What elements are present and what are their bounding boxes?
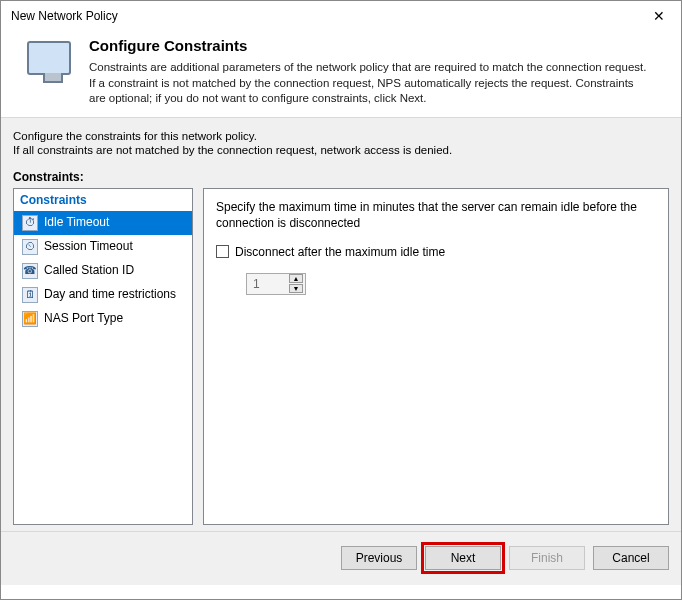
- tree-item-label: Session Timeout: [44, 239, 133, 253]
- heading-text: Configure Constraints Constraints are ad…: [89, 37, 649, 107]
- idle-minutes-spinner[interactable]: 1 ▲ ▼: [246, 273, 306, 295]
- wizard-body: Configure the constraints for this netwo…: [1, 117, 681, 531]
- calendar-icon: 🗓: [22, 287, 38, 303]
- constraints-section-label: Constraints:: [13, 170, 669, 184]
- tree-item-called-station-id[interactable]: ☎ Called Station ID: [14, 259, 192, 283]
- instruction-line-1: Configure the constraints for this netwo…: [13, 130, 669, 142]
- tree-item-idle-timeout[interactable]: ⏱ Idle Timeout: [14, 211, 192, 235]
- tree-item-day-time-restrictions[interactable]: 🗓 Day and time restrictions: [14, 283, 192, 307]
- wizard-footer: Previous Next Finish Cancel: [1, 531, 681, 585]
- constraint-detail-panel: Specify the maximum time in minutes that…: [203, 188, 669, 525]
- next-button[interactable]: Next: [425, 546, 501, 570]
- close-icon[interactable]: ✕: [637, 1, 681, 31]
- titlebar: New Network Policy ✕: [1, 1, 681, 31]
- disconnect-checkbox-label: Disconnect after the maximum idle time: [235, 245, 445, 259]
- finish-button: Finish: [509, 546, 585, 570]
- disconnect-checkbox[interactable]: [216, 245, 229, 258]
- timer-icon: ⏲: [22, 239, 38, 255]
- constraints-tree-header: Constraints: [14, 189, 192, 211]
- constraint-description: Specify the maximum time in minutes that…: [216, 199, 656, 231]
- page-description: Constraints are additional parameters of…: [89, 60, 649, 107]
- clock-icon: ⏱: [22, 215, 38, 231]
- previous-button[interactable]: Previous: [341, 546, 417, 570]
- cancel-button[interactable]: Cancel: [593, 546, 669, 570]
- tree-item-label: Called Station ID: [44, 263, 134, 277]
- instruction-line-2: If all constraints are not matched by th…: [13, 144, 669, 156]
- tree-item-nas-port-type[interactable]: 📶 NAS Port Type: [14, 307, 192, 331]
- antenna-icon: 📶: [22, 311, 38, 327]
- constraints-tree: Constraints ⏱ Idle Timeout ⏲ Session Tim…: [13, 188, 193, 525]
- tree-item-label: Idle Timeout: [44, 215, 109, 229]
- policy-icon: [21, 41, 77, 97]
- wizard-header: Configure Constraints Constraints are ad…: [1, 31, 681, 117]
- window-title: New Network Policy: [11, 9, 118, 23]
- chevron-down-icon[interactable]: ▼: [289, 284, 303, 293]
- tree-item-label: NAS Port Type: [44, 311, 123, 325]
- page-title: Configure Constraints: [89, 37, 649, 54]
- spinner-value: 1: [253, 277, 289, 291]
- tree-item-session-timeout[interactable]: ⏲ Session Timeout: [14, 235, 192, 259]
- phone-icon: ☎: [22, 263, 38, 279]
- tree-item-label: Day and time restrictions: [44, 287, 176, 301]
- chevron-up-icon[interactable]: ▲: [289, 274, 303, 283]
